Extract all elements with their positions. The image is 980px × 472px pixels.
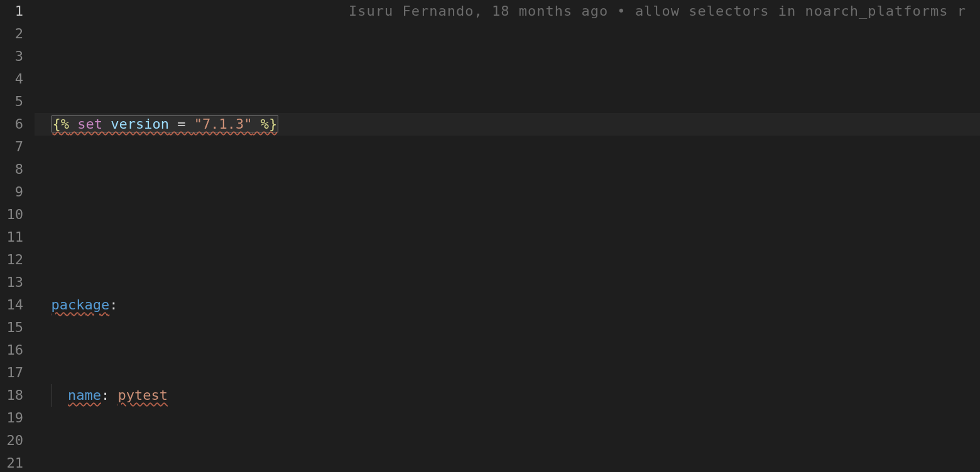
- line-number: 8: [0, 158, 23, 181]
- line-number: 13: [0, 271, 23, 294]
- line-number: 11: [0, 226, 23, 249]
- line-number: 10: [0, 203, 23, 226]
- line-number: 7: [0, 136, 23, 158]
- line-number: 1: [0, 0, 23, 23]
- line-number: 19: [0, 407, 23, 429]
- code-area[interactable]: Isuru Fernando, 18 months ago • allow se…: [35, 0, 980, 472]
- line-number: 21: [0, 452, 23, 472]
- line-number: 14: [0, 294, 23, 316]
- line-number: 4: [0, 68, 23, 90]
- line-number: 18: [0, 384, 23, 407]
- line-number: 2: [0, 23, 23, 45]
- line-number: 17: [0, 362, 23, 384]
- line-number: 20: [0, 429, 23, 452]
- blame-message: allow selectors in noarch_platforms r: [635, 3, 966, 19]
- code-editor[interactable]: 1 2 3 4 5 6 7 8 9 10 11 12 13 14 15 16 1…: [0, 0, 980, 472]
- code-line[interactable]: name: pytest: [35, 384, 980, 407]
- blame-when: 18 months ago: [492, 3, 608, 19]
- line-number: 12: [0, 249, 23, 271]
- line-number: 9: [0, 181, 23, 203]
- line-number: 5: [0, 90, 23, 113]
- line-number: 3: [0, 45, 23, 68]
- code-line[interactable]: {% set version = "7.1.3" %}: [35, 113, 980, 136]
- line-number: 16: [0, 339, 23, 362]
- line-number: 6: [0, 113, 23, 136]
- line-number: 15: [0, 316, 23, 339]
- code-line[interactable]: [35, 203, 980, 226]
- line-number-gutter: 1 2 3 4 5 6 7 8 9 10 11 12 13 14 15 16 1…: [0, 0, 35, 472]
- code-line[interactable]: package:: [35, 294, 980, 316]
- git-blame-annotation[interactable]: Isuru Fernando, 18 months ago • allow se…: [349, 0, 966, 23]
- blame-author: Isuru Fernando: [349, 3, 474, 19]
